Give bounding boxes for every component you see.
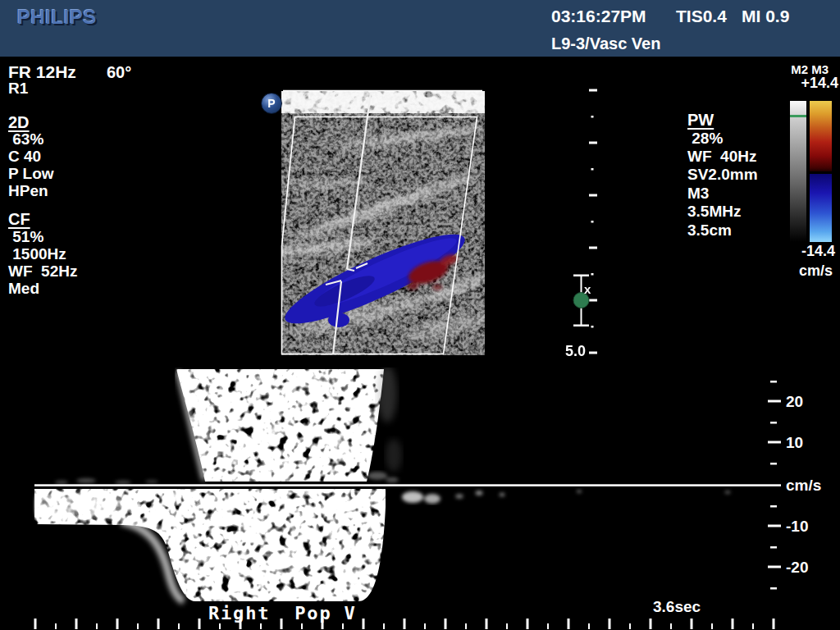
cf-sensitivity: Med <box>8 281 39 297</box>
2d-gain: 63% <box>8 131 43 148</box>
2d-resolution: HPen <box>8 183 48 199</box>
frame-rate: FR 12Hz <box>8 63 76 81</box>
colorbar-unit: cm/s <box>799 263 833 279</box>
time-scale-ticks <box>34 619 775 629</box>
depth-label: 5.0 <box>553 344 586 359</box>
2d-mode-header: 2D <box>8 114 30 131</box>
color-scale-negative <box>810 174 832 242</box>
pw-wall-filter: WF 40Hz <box>687 148 756 165</box>
clock: 03:16:27PM <box>551 7 646 25</box>
res-indicator: R1 <box>8 80 28 97</box>
pw-sample-volume: SV2.0mm <box>687 167 758 183</box>
pw-depth: 3.5cm <box>687 222 732 239</box>
mi-value: MI 0.9 <box>742 7 789 25</box>
colorbar-max: +14.4 <box>801 75 838 91</box>
cf-mode-header: CF <box>8 211 30 228</box>
pw-frequency: 3.5MHz <box>687 203 741 220</box>
spectral-display <box>34 365 731 601</box>
annotation-text[interactable]: Right Pop V <box>208 604 357 623</box>
cf-gain: 51% <box>8 229 43 245</box>
spectral-baseline[interactable] <box>34 484 781 486</box>
pw-map: M3 <box>687 185 709 202</box>
transducer-preset: L9-3/Vasc Ven <box>551 35 660 52</box>
top-status-bar: PHILIPS 03:16:27PM TIS0.4 MI 0.9 L9-3/Va… <box>0 0 840 57</box>
gray-marker-line <box>790 115 806 117</box>
vel-label-pos20: 20 <box>786 394 803 410</box>
vel-label-neg20: -20 <box>786 559 808 576</box>
pw-gain: 28% <box>687 130 723 147</box>
gray-scale-bar <box>790 101 806 242</box>
sweep-time-label: 3.6sec <box>653 599 701 615</box>
orientation-marker: P <box>261 93 282 114</box>
pw-mode-header: PW <box>687 112 714 129</box>
vel-label-pos10: 10 <box>786 435 803 451</box>
philips-logo: PHILIPS <box>17 7 97 27</box>
tis-value: TIS0.4 <box>676 7 727 25</box>
ultrasound-screen: PHILIPS 03:16:27PM TIS0.4 MI 0.9 L9-3/Va… <box>0 0 840 630</box>
vel-label-neg10: -10 <box>786 518 808 535</box>
ultrasound-graphics <box>0 0 840 630</box>
steer-angle: 60° <box>107 64 131 81</box>
cf-wall-filter: WF 52Hz <box>8 263 77 280</box>
gate-x-label: x <box>584 283 591 296</box>
2d-compression: C 40 <box>8 148 41 165</box>
depth-scale-ticks <box>589 89 597 354</box>
bmode-image <box>254 91 493 356</box>
colorbar-min: -14.4 <box>801 244 835 259</box>
color-scale-positive <box>810 101 832 171</box>
2d-persistence: P Low <box>8 166 54 182</box>
cf-prf: 1500Hz <box>8 246 66 262</box>
vel-label-unit: cm/s <box>786 477 821 494</box>
